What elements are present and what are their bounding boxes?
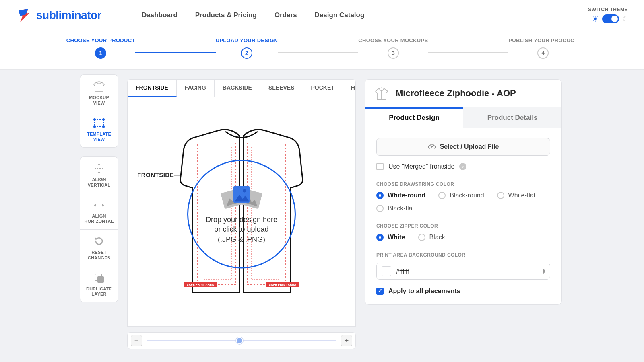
radio-white-flat[interactable]: White-flat <box>497 192 536 199</box>
tab-frontside[interactable]: FRONTSIDE <box>128 80 177 97</box>
tab-facing[interactable]: FACING <box>177 80 215 97</box>
tab-product-details[interactable]: Product Details <box>463 107 561 128</box>
align-vertical-button[interactable]: ALIGN VERTICAL <box>80 157 118 193</box>
image-placeholder-icon <box>219 183 264 212</box>
cloud-upload-icon <box>428 144 436 150</box>
hoodie-icon <box>83 80 116 93</box>
align-horizontal-button[interactable]: ALIGN HORIZONTAL <box>80 193 118 230</box>
svg-point-16 <box>243 189 246 192</box>
color-swatch[interactable] <box>382 266 391 276</box>
tab-backside[interactable]: BACKSIDE <box>215 80 260 97</box>
zoom-in-button[interactable]: + <box>341 335 352 346</box>
template-icon <box>83 117 116 129</box>
theme-label: SWITCH THEME <box>588 7 628 12</box>
zoom-out-button[interactable]: − <box>131 335 142 346</box>
radio-zipper-white[interactable]: White <box>376 234 405 241</box>
zoom-slider[interactable] <box>147 340 336 341</box>
step-choose-product[interactable]: CHOOSE YOUR PRODUCT 1 <box>66 37 135 59</box>
tab-sleeves[interactable]: SLEEVES <box>260 80 303 97</box>
top-bar: subliminator Dashboard Products & Pricin… <box>0 0 644 31</box>
moon-icon: ☾ <box>622 15 628 23</box>
drop-text-2: or click to upload <box>206 225 277 234</box>
align-vertical-icon <box>83 162 116 175</box>
zipper-section-label: CHOOSE ZIPPER COLOR <box>376 223 550 229</box>
step-connector <box>428 52 508 53</box>
apply-all-option[interactable]: Apply to all placements <box>376 288 550 295</box>
product-tabs: Product Design Product Details <box>365 107 562 128</box>
mockup-view-button[interactable]: MOCKUP VIEW <box>80 75 118 111</box>
drop-text-3: (.JPG & .PNG) <box>206 234 277 244</box>
zipper-radios: White Black <box>376 234 550 241</box>
step-connector <box>278 52 358 53</box>
reset-changes-button[interactable]: RESET CHANGES <box>80 230 118 266</box>
theme-toggle[interactable] <box>602 14 619 23</box>
left-toolbar: MOCKUP VIEW TEMPLATE VIEW ALIGN VERTICAL… <box>80 74 118 302</box>
brand-text: subliminator <box>36 9 101 22</box>
sun-icon: ☀ <box>592 14 599 24</box>
main-nav: Dashboard Products & Pricing Orders Desi… <box>142 11 364 19</box>
step-choose-mockups[interactable]: CHOOSE YOUR MOCKUPS 3 <box>358 37 428 59</box>
radio-white-round[interactable]: White-round <box>376 192 425 199</box>
placement-tabs: FRONTSIDE FACING BACKSIDE SLEEVES POCKET… <box>127 79 356 97</box>
checkbox-checked[interactable] <box>376 288 384 295</box>
zoom-thumb[interactable] <box>236 337 243 344</box>
product-header: Microfleece Ziphoodie - AOP <box>365 79 562 107</box>
tab-hood[interactable]: HOOD <box>343 80 356 97</box>
select-upload-button[interactable]: Select / Upload File <box>376 138 550 156</box>
logo-icon <box>16 7 32 23</box>
step-connector <box>135 52 216 53</box>
canvas-column: FRONTSIDE FACING BACKSIDE SLEEVES POCKET… <box>127 79 356 349</box>
hoodie-icon <box>374 86 389 101</box>
duplicate-icon <box>83 272 116 284</box>
nav-dashboard[interactable]: Dashboard <box>142 11 178 19</box>
brand-logo[interactable]: subliminator <box>16 7 101 23</box>
svg-rect-12 <box>97 276 104 283</box>
product-panel: Microfleece Ziphoodie - AOP Product Desi… <box>365 79 562 349</box>
zoom-control: − + <box>127 332 356 349</box>
safe-print-badge: SAFE PRINT AREA <box>184 282 217 287</box>
drawstring-section-label: CHOOSE DRAWSTRING COLOR <box>376 181 550 187</box>
template-view-button[interactable]: TEMPLATE VIEW <box>80 111 118 148</box>
info-icon[interactable]: i <box>459 163 466 170</box>
product-body: Select / Upload File Use "Merged" fronts… <box>365 128 562 305</box>
nav-products[interactable]: Products & Pricing <box>195 11 257 19</box>
product-title: Microfleece Ziphoodie - AOP <box>396 88 516 99</box>
design-canvas[interactable]: FRONTSIDE— SAFE PRINT AREA <box>127 97 356 327</box>
radio-black-flat[interactable]: Black-flat <box>376 205 414 212</box>
checkbox[interactable] <box>376 163 384 170</box>
step-upload-design[interactable]: UPLOAD YOUR DESIGN 2 <box>216 37 278 59</box>
tab-product-design[interactable]: Product Design <box>365 107 463 128</box>
wizard-stepper: CHOOSE YOUR PRODUCT 1 UPLOAD YOUR DESIGN… <box>0 31 644 70</box>
drop-text-1: Drop your design here <box>206 215 277 224</box>
color-value: #ffffff <box>396 268 538 275</box>
reset-icon <box>83 235 116 247</box>
align-horizontal-icon <box>83 199 116 211</box>
tab-pocket[interactable]: POCKET <box>303 80 343 97</box>
garment-template: SAFE PRINT AREA SAFE PRINT AREA Drop you… <box>157 123 326 300</box>
theme-switcher: SWITCH THEME ☀ ☾ <box>588 7 628 24</box>
step-publish[interactable]: PUBLISH YOUR PRODUCT 4 <box>508 37 578 59</box>
nav-catalog[interactable]: Design Catalog <box>315 11 365 19</box>
radio-zipper-black[interactable]: Black <box>418 234 445 241</box>
merged-frontside-option[interactable]: Use "Merged" frontside i <box>376 163 550 170</box>
nav-orders[interactable]: Orders <box>275 11 297 19</box>
bgcolor-input[interactable]: #ffffff ▴▾ <box>376 263 550 280</box>
drawstring-radios: White-round Black-round White-flat Black… <box>376 192 550 212</box>
bgcolor-section-label: PRINT AREA BACKGROUND COLOR <box>376 252 550 258</box>
select-caret-icon: ▴▾ <box>543 268 545 274</box>
radio-black-round[interactable]: Black-round <box>438 192 484 199</box>
upload-dropzone[interactable]: Drop your design here or click to upload… <box>187 160 296 268</box>
safe-print-badge: SAFE PRINT AREA <box>266 282 299 287</box>
duplicate-layer-button[interactable]: DUPLICATE LAYER <box>80 266 118 302</box>
